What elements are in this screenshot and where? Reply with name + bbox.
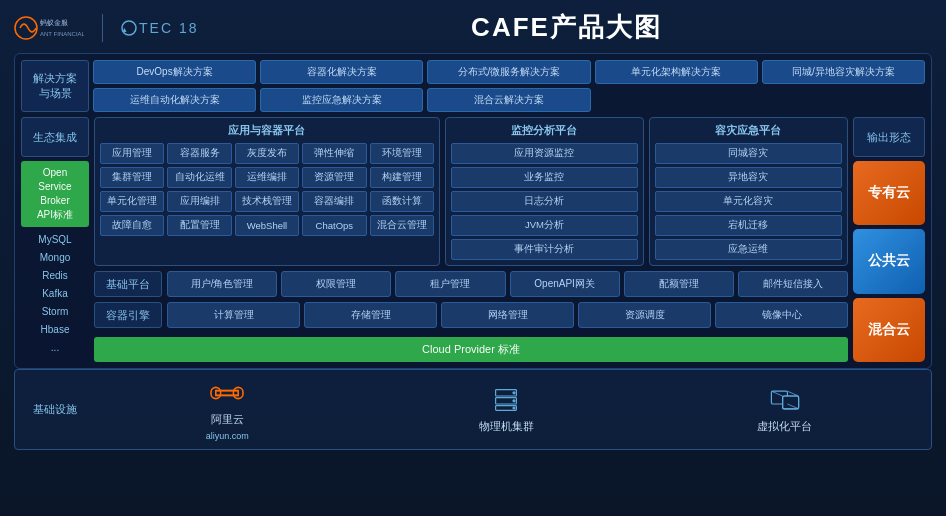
output-public-cloud[interactable]: 公共云 <box>853 229 925 293</box>
middle-col: 应用与容器平台 应用管理 容器服务 灰度发布 弹性伸缩 环境管理 集群管理 自动… <box>94 117 848 362</box>
main-row: 生态集成 OpenServiceBrokerAPI标准 MySQLMongoRe… <box>21 117 925 362</box>
btn-image-center[interactable]: 镜像中心 <box>715 302 848 328</box>
aliyun-sub: aliyun.com <box>206 431 249 441</box>
monitoring-platform-title: 监控分析平台 <box>451 123 638 138</box>
disaster-platform-title: 容灾应急平台 <box>655 123 842 138</box>
cell-elastic[interactable]: 弹性伸缩 <box>302 143 366 164</box>
aliyun-icon <box>207 378 247 408</box>
cell-cluster[interactable]: 集群管理 <box>100 167 164 188</box>
header: 蚂蚁金服 ANT FINANCIAL ▲ TEC 18 CAFE产品大图 <box>14 10 932 45</box>
app-platform-title: 应用与容器平台 <box>100 123 434 138</box>
svg-text:TEC 18: TEC 18 <box>139 20 198 36</box>
cell-res-mgmt[interactable]: 资源管理 <box>302 167 366 188</box>
output-col: 输出形态 专有云 公共云 混合云 <box>853 117 925 362</box>
sol-microservice[interactable]: 分布式/微服务解决方案 <box>427 60 590 84</box>
infrastructure-row: 基础设施 阿里云 aliyun.com <box>14 369 932 450</box>
main-container: 蚂蚁金服 ANT FINANCIAL ▲ TEC 18 CAFE产品大图 解决方… <box>0 0 946 516</box>
cell-container-arrange[interactable]: 容器编排 <box>302 191 366 212</box>
three-col-platforms: 应用与容器平台 应用管理 容器服务 灰度发布 弹性伸缩 环境管理 集群管理 自动… <box>94 117 848 266</box>
btn-mail-sms[interactable]: 邮件短信接入 <box>738 271 848 297</box>
cell-auto-ops[interactable]: 自动化运维 <box>167 167 231 188</box>
virtual-svg <box>765 385 805 415</box>
svg-rect-19 <box>782 396 798 409</box>
cloud-provider-bar: Cloud Provider 标准 <box>94 337 848 362</box>
aliyun-name: 阿里云 <box>211 412 244 427</box>
sol-container[interactable]: 容器化解决方案 <box>260 60 423 84</box>
ecosystem-col: 生态集成 OpenServiceBrokerAPI标准 MySQLMongoRe… <box>21 117 89 362</box>
btn-compute[interactable]: 计算管理 <box>167 302 300 328</box>
solutions-row: 解决方案与场景 DevOps解决方案 容器化解决方案 分布式/微服务解决方案 单… <box>21 60 925 112</box>
sol-ops[interactable]: 运维自动化解决方案 <box>93 88 256 112</box>
virtual-name: 虚拟化平台 <box>757 419 812 434</box>
cell-chatops[interactable]: ChatOps <box>302 215 366 236</box>
svg-point-17 <box>512 406 515 409</box>
output-hybrid-cloud[interactable]: 混合云 <box>853 298 925 362</box>
cell-remote-disaster-rec[interactable]: 异地容灾 <box>655 167 842 188</box>
output-label: 输出形态 <box>853 117 925 157</box>
sol-monitor[interactable]: 监控应急解决方案 <box>260 88 423 112</box>
svg-point-0 <box>15 17 37 39</box>
sol-city-disaster[interactable]: 同城/异地容灾解决方案 <box>762 60 925 84</box>
cell-unit-disaster-rec[interactable]: 单元化容灾 <box>655 191 842 212</box>
btn-tenant[interactable]: 租户管理 <box>395 271 505 297</box>
btn-scheduling[interactable]: 资源调度 <box>578 302 711 328</box>
eco-db-list: MySQLMongoRedisKafkaStormHbase... <box>21 231 89 357</box>
logo-area: 蚂蚁金服 ANT FINANCIAL ▲ TEC 18 <box>14 14 201 42</box>
infra-virtual: 虚拟化平台 <box>648 385 921 434</box>
cell-config[interactable]: 配置管理 <box>167 215 231 236</box>
cell-fault-self-heal[interactable]: 故障自愈 <box>100 215 164 236</box>
cell-stack[interactable]: 技术栈管理 <box>235 191 299 212</box>
disaster-platform-section: 容灾应急平台 同城容灾 异地容灾 单元化容灾 宕机迁移 应急运维 <box>649 117 848 266</box>
btn-permissions[interactable]: 权限管理 <box>281 271 391 297</box>
cell-unit-mgmt[interactable]: 单元化管理 <box>100 191 164 212</box>
logo-divider <box>102 14 103 42</box>
server-svg <box>486 385 526 415</box>
cell-function[interactable]: 函数计算 <box>370 191 434 212</box>
cell-app-arrange[interactable]: 应用编排 <box>167 191 231 212</box>
sol-unit[interactable]: 单元化架构解决方案 <box>595 60 758 84</box>
container-engine-row: 容器引擎 计算管理 存储管理 网络管理 资源调度 镜像中心 <box>94 302 848 328</box>
btn-user-role[interactable]: 用户/角色管理 <box>167 271 277 297</box>
app-platform-section: 应用与容器平台 应用管理 容器服务 灰度发布 弹性伸缩 环境管理 集群管理 自动… <box>94 117 440 266</box>
cell-city-disaster-rec[interactable]: 同城容灾 <box>655 143 842 164</box>
cell-log-analysis[interactable]: 日志分析 <box>451 191 638 212</box>
app-platform-grid: 应用管理 容器服务 灰度发布 弹性伸缩 环境管理 集群管理 自动化运维 运维编排… <box>100 143 434 236</box>
cell-emergency-ops[interactable]: 应急运维 <box>655 239 842 260</box>
cell-build[interactable]: 构建管理 <box>370 167 434 188</box>
server-icon <box>486 385 526 415</box>
base-platform-buttons: 用户/角色管理 权限管理 租户管理 OpenAPI网关 配额管理 邮件短信接入 <box>167 271 848 297</box>
cell-host-migration[interactable]: 宕机迁移 <box>655 215 842 236</box>
svg-point-15 <box>512 391 515 394</box>
sol-devops[interactable]: DevOps解决方案 <box>93 60 256 84</box>
infra-label: 基础设施 <box>25 402 85 417</box>
solutions-buttons: DevOps解决方案 容器化解决方案 分布式/微服务解决方案 单元化架构解决方案… <box>93 60 925 112</box>
cell-jvm-analysis[interactable]: JVM分析 <box>451 215 638 236</box>
infra-physical: 物理机集群 <box>370 385 643 434</box>
cell-app-mgmt[interactable]: 应用管理 <box>100 143 164 164</box>
disaster-grid: 同城容灾 异地容灾 单元化容灾 宕机迁移 应急运维 <box>655 143 842 260</box>
title-section: CAFE产品大图 <box>201 10 932 45</box>
svg-text:ANT FINANCIAL: ANT FINANCIAL <box>40 31 84 37</box>
ant-financial-logo: 蚂蚁金服 ANT FINANCIAL <box>14 14 84 42</box>
cell-event-audit[interactable]: 事件审计分析 <box>451 239 638 260</box>
cell-webshell[interactable]: WebShell <box>235 215 299 236</box>
cell-app-resource-monitor[interactable]: 应用资源监控 <box>451 143 638 164</box>
btn-openapi[interactable]: OpenAPI网关 <box>510 271 620 297</box>
cell-ops-arrange[interactable]: 运维编排 <box>235 167 299 188</box>
output-private-cloud[interactable]: 专有云 <box>853 161 925 225</box>
svg-text:▲: ▲ <box>121 26 128 33</box>
virtual-icon <box>765 385 805 415</box>
container-engine-buttons: 计算管理 存储管理 网络管理 资源调度 镜像中心 <box>167 302 848 328</box>
btn-quota[interactable]: 配额管理 <box>624 271 734 297</box>
open-service-broker: OpenServiceBrokerAPI标准 <box>21 161 89 227</box>
cell-biz-monitor[interactable]: 业务监控 <box>451 167 638 188</box>
infra-aliyun: 阿里云 aliyun.com <box>91 378 364 441</box>
btn-storage[interactable]: 存储管理 <box>304 302 437 328</box>
btn-network[interactable]: 网络管理 <box>441 302 574 328</box>
sol-hybrid[interactable]: 混合云解决方案 <box>427 88 590 112</box>
monitoring-grid: 应用资源监控 业务监控 日志分析 JVM分析 事件审计分析 <box>451 143 638 260</box>
cell-hybrid-cloud[interactable]: 混合云管理 <box>370 215 434 236</box>
cell-env-mgmt[interactable]: 环境管理 <box>370 143 434 164</box>
cell-gray-release[interactable]: 灰度发布 <box>235 143 299 164</box>
cell-container-svc[interactable]: 容器服务 <box>167 143 231 164</box>
